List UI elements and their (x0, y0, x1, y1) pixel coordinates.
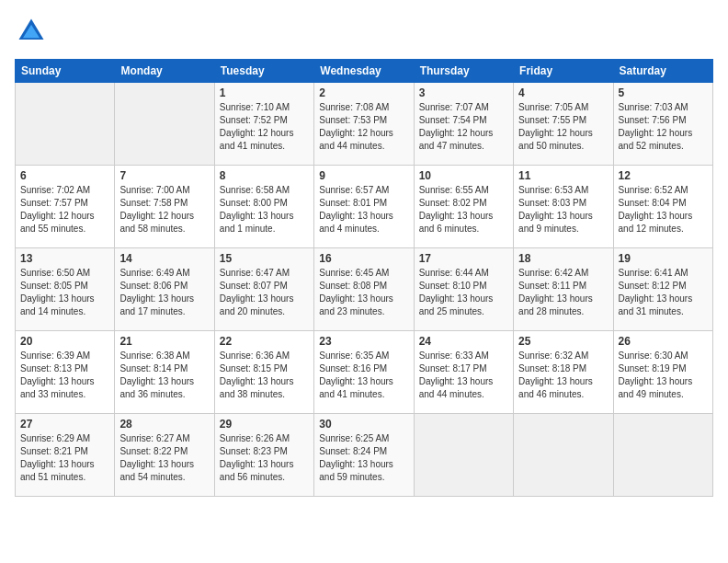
calendar-cell: 1Sunrise: 7:10 AM Sunset: 7:52 PM Daylig… (214, 83, 313, 166)
calendar-cell: 9Sunrise: 6:57 AM Sunset: 8:01 PM Daylig… (314, 166, 414, 248)
day-info: Sunrise: 6:26 AM Sunset: 8:23 PM Dayligh… (220, 432, 309, 484)
day-info: Sunrise: 7:00 AM Sunset: 7:58 PM Dayligh… (119, 184, 209, 236)
day-number: 13 (20, 252, 109, 265)
header-tuesday: Tuesday (214, 60, 313, 83)
calendar-cell (613, 414, 712, 497)
day-info: Sunrise: 6:30 AM Sunset: 8:19 PM Dayligh… (619, 350, 708, 401)
day-info: Sunrise: 6:27 AM Sunset: 8:22 PM Dayligh… (119, 432, 209, 484)
calendar-cell: 25Sunrise: 6:32 AM Sunset: 8:18 PM Dayli… (514, 331, 613, 414)
calendar-cell: 10Sunrise: 6:55 AM Sunset: 8:02 PM Dayli… (414, 166, 513, 248)
calendar-cell: 19Sunrise: 6:41 AM Sunset: 8:12 PM Dayli… (613, 248, 712, 331)
calendar-cell: 2Sunrise: 7:08 AM Sunset: 7:53 PM Daylig… (314, 83, 414, 166)
calendar-cell: 17Sunrise: 6:44 AM Sunset: 8:10 PM Dayli… (414, 248, 513, 331)
calendar-table: SundayMondayTuesdayWednesdayThursdayFrid… (15, 59, 713, 497)
day-number: 11 (518, 169, 608, 182)
day-info: Sunrise: 6:41 AM Sunset: 8:12 PM Dayligh… (619, 267, 708, 318)
day-info: Sunrise: 7:05 AM Sunset: 7:55 PM Dayligh… (518, 101, 608, 153)
calendar-cell: 8Sunrise: 6:58 AM Sunset: 8:00 PM Daylig… (214, 166, 313, 248)
day-info: Sunrise: 6:25 AM Sunset: 8:24 PM Dayligh… (319, 432, 408, 484)
day-info: Sunrise: 6:58 AM Sunset: 8:00 PM Dayligh… (220, 184, 309, 236)
logo-icon (15, 15, 48, 48)
header-saturday: Saturday (613, 60, 712, 83)
calendar-cell (414, 414, 513, 497)
day-info: Sunrise: 7:03 AM Sunset: 7:56 PM Dayligh… (619, 101, 708, 153)
calendar-cell: 12Sunrise: 6:52 AM Sunset: 8:04 PM Dayli… (613, 166, 712, 248)
day-info: Sunrise: 6:38 AM Sunset: 8:14 PM Dayligh… (119, 350, 209, 401)
calendar-cell: 27Sunrise: 6:29 AM Sunset: 8:21 PM Dayli… (16, 414, 115, 497)
calendar-cell: 3Sunrise: 7:07 AM Sunset: 7:54 PM Daylig… (414, 83, 513, 166)
day-number: 7 (119, 169, 209, 182)
day-number: 17 (419, 252, 508, 265)
day-info: Sunrise: 6:39 AM Sunset: 8:13 PM Dayligh… (20, 350, 109, 401)
calendar-cell: 22Sunrise: 6:36 AM Sunset: 8:15 PM Dayli… (214, 331, 313, 414)
page-header (15, 15, 713, 48)
header-friday: Friday (514, 60, 613, 83)
calendar-cell: 23Sunrise: 6:35 AM Sunset: 8:16 PM Dayli… (314, 331, 414, 414)
day-number: 27 (20, 418, 109, 431)
calendar-cell (514, 414, 613, 497)
day-info: Sunrise: 7:08 AM Sunset: 7:53 PM Dayligh… (319, 101, 408, 153)
day-info: Sunrise: 6:45 AM Sunset: 8:08 PM Dayligh… (319, 267, 408, 318)
calendar-cell: 24Sunrise: 6:33 AM Sunset: 8:17 PM Dayli… (414, 331, 513, 414)
day-number: 15 (220, 252, 309, 265)
day-info: Sunrise: 6:36 AM Sunset: 8:15 PM Dayligh… (220, 350, 309, 401)
day-number: 1 (220, 86, 309, 99)
day-number: 19 (619, 252, 708, 265)
day-info: Sunrise: 6:53 AM Sunset: 8:03 PM Dayligh… (518, 184, 608, 236)
day-number: 4 (518, 86, 608, 99)
calendar-cell: 20Sunrise: 6:39 AM Sunset: 8:13 PM Dayli… (16, 331, 115, 414)
day-info: Sunrise: 7:10 AM Sunset: 7:52 PM Dayligh… (220, 101, 309, 153)
day-number: 9 (319, 169, 408, 182)
day-number: 29 (220, 418, 309, 431)
calendar-week-5: 27Sunrise: 6:29 AM Sunset: 8:21 PM Dayli… (16, 414, 713, 497)
day-info: Sunrise: 6:42 AM Sunset: 8:11 PM Dayligh… (518, 267, 608, 318)
day-info: Sunrise: 6:35 AM Sunset: 8:16 PM Dayligh… (319, 350, 408, 401)
calendar-cell: 18Sunrise: 6:42 AM Sunset: 8:11 PM Dayli… (514, 248, 613, 331)
day-info: Sunrise: 6:33 AM Sunset: 8:17 PM Dayligh… (419, 350, 508, 401)
calendar-week-4: 20Sunrise: 6:39 AM Sunset: 8:13 PM Dayli… (16, 331, 713, 414)
calendar-cell: 6Sunrise: 7:02 AM Sunset: 7:57 PM Daylig… (16, 166, 115, 248)
calendar-week-1: 1Sunrise: 7:10 AM Sunset: 7:52 PM Daylig… (16, 83, 713, 166)
calendar-cell: 26Sunrise: 6:30 AM Sunset: 8:19 PM Dayli… (613, 331, 712, 414)
calendar-cell: 30Sunrise: 6:25 AM Sunset: 8:24 PM Dayli… (314, 414, 414, 497)
day-info: Sunrise: 6:32 AM Sunset: 8:18 PM Dayligh… (518, 350, 608, 401)
calendar-cell: 28Sunrise: 6:27 AM Sunset: 8:22 PM Dayli… (115, 414, 214, 497)
day-info: Sunrise: 6:50 AM Sunset: 8:05 PM Dayligh… (20, 267, 109, 318)
day-number: 12 (619, 169, 708, 182)
day-number: 26 (619, 335, 708, 348)
day-number: 16 (319, 252, 408, 265)
day-number: 28 (119, 418, 209, 431)
calendar-cell: 15Sunrise: 6:47 AM Sunset: 8:07 PM Dayli… (214, 248, 313, 331)
calendar-week-3: 13Sunrise: 6:50 AM Sunset: 8:05 PM Dayli… (16, 248, 713, 331)
day-info: Sunrise: 7:02 AM Sunset: 7:57 PM Dayligh… (20, 184, 109, 236)
calendar-cell: 5Sunrise: 7:03 AM Sunset: 7:56 PM Daylig… (613, 83, 712, 166)
day-info: Sunrise: 6:49 AM Sunset: 8:06 PM Dayligh… (119, 267, 209, 318)
day-number: 21 (119, 335, 209, 348)
logo (15, 15, 53, 48)
day-info: Sunrise: 6:47 AM Sunset: 8:07 PM Dayligh… (220, 267, 309, 318)
day-number: 24 (419, 335, 508, 348)
day-number: 25 (518, 335, 608, 348)
header-thursday: Thursday (414, 60, 513, 83)
calendar-cell: 13Sunrise: 6:50 AM Sunset: 8:05 PM Dayli… (16, 248, 115, 331)
day-number: 14 (119, 252, 209, 265)
calendar-week-2: 6Sunrise: 7:02 AM Sunset: 7:57 PM Daylig… (16, 166, 713, 248)
day-number: 6 (20, 169, 109, 182)
calendar-header-row: SundayMondayTuesdayWednesdayThursdayFrid… (16, 60, 713, 83)
day-number: 23 (319, 335, 408, 348)
day-info: Sunrise: 7:07 AM Sunset: 7:54 PM Dayligh… (419, 101, 508, 153)
day-info: Sunrise: 6:44 AM Sunset: 8:10 PM Dayligh… (419, 267, 508, 318)
day-number: 5 (619, 86, 708, 99)
day-info: Sunrise: 6:52 AM Sunset: 8:04 PM Dayligh… (619, 184, 708, 236)
day-info: Sunrise: 6:55 AM Sunset: 8:02 PM Dayligh… (419, 184, 508, 236)
calendar-cell (115, 83, 214, 166)
calendar-cell: 4Sunrise: 7:05 AM Sunset: 7:55 PM Daylig… (514, 83, 613, 166)
day-number: 10 (419, 169, 508, 182)
calendar-cell: 29Sunrise: 6:26 AM Sunset: 8:23 PM Dayli… (214, 414, 313, 497)
header-sunday: Sunday (16, 60, 115, 83)
day-number: 30 (319, 418, 408, 431)
calendar-cell: 7Sunrise: 7:00 AM Sunset: 7:58 PM Daylig… (115, 166, 214, 248)
calendar-cell: 16Sunrise: 6:45 AM Sunset: 8:08 PM Dayli… (314, 248, 414, 331)
header-wednesday: Wednesday (314, 60, 414, 83)
day-number: 8 (220, 169, 309, 182)
